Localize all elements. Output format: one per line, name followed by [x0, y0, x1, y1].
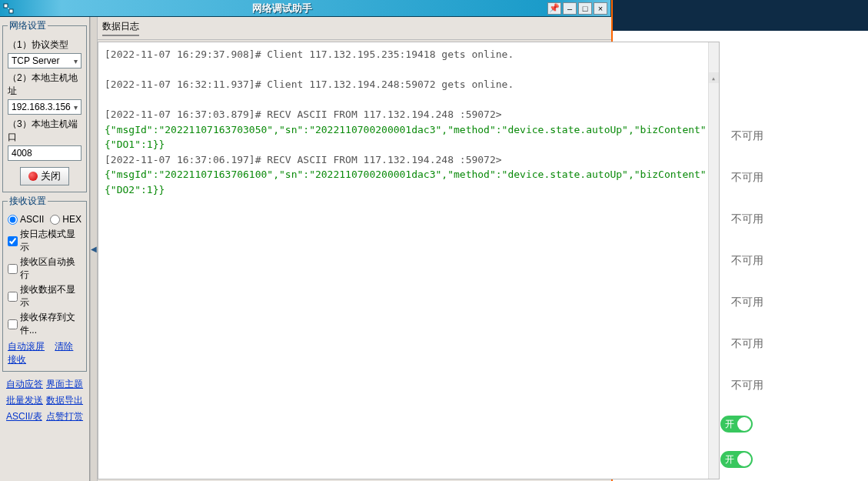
toggle-on-label: 开 [725, 418, 734, 431]
toggle-on-label: 开 [725, 453, 734, 466]
log-mode-checkbox[interactable]: 按日志模式显示 [8, 228, 81, 254]
host-select[interactable]: 192.168.3.156 [8, 99, 81, 115]
window-title: 网络调试助手 [17, 2, 547, 15]
main-panel: 数据日志 NetAssist V5.0.2 ◈ 🔔 [2022-11-07 16… [98, 17, 721, 481]
log-line: [2022-11-07 16:37:06.197]# RECV ASCII FR… [105, 154, 502, 165]
protocol-select[interactable]: TCP Server [8, 53, 81, 68]
auto-reply-link[interactable]: 自动应答 [6, 378, 43, 391]
log-line: [2022-11-07 16:29:37.908]# Client 117.13… [105, 48, 514, 60]
save-file-checkbox[interactable]: 接收保存到文件... [8, 311, 81, 337]
right-topbar [613, 0, 868, 31]
row-status-label: 不可用 [731, 212, 763, 226]
svg-line-2 [8, 8, 9, 9]
data-log-tab[interactable]: 数据日志 [102, 20, 139, 36]
log-line: [2022-11-07 16:32:11.937]# Client 117.13… [105, 78, 514, 90]
host-label: （2）本地主机地址 [8, 72, 81, 98]
data-export-link[interactable]: 数据导出 [46, 394, 83, 407]
ascii-radio[interactable]: ASCII [8, 214, 44, 225]
row-status-label: 不可用 [731, 171, 763, 185]
toggle-switch[interactable]: 开 [720, 451, 753, 468]
chevron-left-icon: ◀ [91, 245, 97, 253]
sidebar-collapse-handle[interactable]: ◀ [90, 17, 98, 481]
app-body: 网络设置 （1）协议类型 TCP Server （2）本地主机地址 192.16… [0, 17, 610, 481]
port-input[interactable] [8, 145, 81, 161]
receive-settings-legend: 接收设置 [8, 195, 48, 208]
ascii-table-link[interactable]: ASCII/表 [6, 410, 42, 423]
log-line: {"msgId":"20221107163703050","sn":"20221… [105, 124, 713, 151]
minimize-button[interactable]: – [563, 2, 577, 15]
bottom-link-grid: 自动应答 界面主题 批量发送 数据导出 ASCII/表 点赞打赏 [3, 376, 86, 425]
row-status-label: 不可用 [731, 254, 763, 268]
close-button[interactable]: × [594, 2, 607, 15]
auto-wrap-checkbox[interactable]: 接收区自动换行 [8, 256, 81, 282]
theme-link[interactable]: 界面主题 [46, 378, 83, 391]
pin-button[interactable]: 📌 [547, 2, 561, 15]
row-status-label: 不可用 [731, 296, 763, 309]
auto-scroll-link[interactable]: 自动滚屏 [8, 341, 45, 352]
record-icon [28, 172, 38, 181]
sidebar: 网络设置 （1）协议类型 TCP Server （2）本地主机地址 192.16… [0, 17, 90, 481]
toggle-switch[interactable]: 开 [720, 416, 753, 433]
network-settings-group: 网络设置 （1）协议类型 TCP Server （2）本地主机地址 192.16… [2, 19, 87, 192]
row-status-label: 不可用 [731, 337, 763, 351]
maximize-button[interactable]: □ [578, 2, 592, 15]
batch-send-link[interactable]: 批量发送 [6, 394, 43, 407]
net-assist-window: 网络调试助手 📌 – □ × 网络设置 （1）协议类型 TCP Server （… [0, 0, 611, 481]
titlebar: 网络调试助手 📌 – □ × [0, 0, 610, 17]
port-label: （3）本地主机端口 [8, 118, 81, 144]
app-icon [0, 0, 17, 17]
log-line: {"msgId":"20221107163706100","sn":"20221… [105, 169, 713, 195]
receive-settings-group: 接收设置 ASCII HEX 按日志模式显示 接收区自动换行 接收数据不显示 接… [2, 195, 87, 372]
hex-radio[interactable]: HEX [50, 214, 81, 225]
log-scrollbar[interactable]: ▴ [708, 42, 719, 479]
like-link[interactable]: 点赞打赏 [46, 410, 83, 423]
row-status-label: 不可用 [731, 379, 763, 392]
window-controls: 📌 – □ × [547, 2, 610, 15]
svg-rect-1 [9, 9, 13, 13]
log-line: [2022-11-07 16:37:03.879]# RECV ASCII FR… [105, 109, 502, 120]
network-settings-legend: 网络设置 [8, 19, 48, 32]
log-textarea[interactable]: [2022-11-07 16:29:37.908]# Client 117.13… [98, 42, 720, 479]
scroll-up-icon[interactable]: ▴ [709, 72, 719, 83]
row-status-label: 不可用 [731, 129, 763, 143]
protocol-label: （1）协议类型 [8, 38, 81, 52]
hide-recv-checkbox[interactable]: 接收数据不显示 [8, 283, 81, 309]
svg-rect-0 [4, 4, 8, 8]
close-connection-button[interactable]: 关闭 [20, 167, 69, 185]
